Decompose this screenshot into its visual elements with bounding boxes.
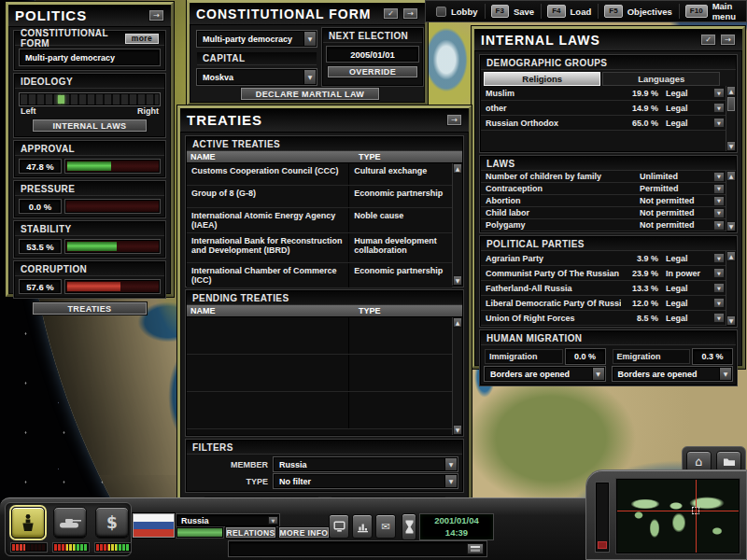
religion-row[interactable]: Russian Orthodox 65.0 % Legal ▼ [481, 116, 726, 131]
dropdown-arrow-icon[interactable]: ▼ [713, 103, 725, 113]
override-button[interactable]: OVERRIDE [327, 65, 418, 78]
religion-row[interactable]: Muslim 19.9 % Legal ▼ [481, 86, 726, 101]
party-row[interactable]: Liberal Democratic Party Of Russia 12.0 … [481, 296, 726, 311]
tab-languages[interactable]: Languages [602, 72, 719, 86]
scroll-down-icon[interactable]: ▼ [726, 315, 736, 326]
immigration-policy-dropdown[interactable]: Borders are opened ▼ [485, 367, 605, 381]
scroll-up-icon[interactable]: ▲ [726, 171, 736, 181]
dropdown-arrow-icon[interactable]: ▼ [713, 184, 725, 194]
law-row[interactable]: Number of children by family Unlimited ▼ [481, 171, 726, 183]
check-icon[interactable]: ✓ [383, 7, 399, 20]
objectives-button[interactable]: F5 Objectives [598, 3, 678, 20]
dropdown-arrow-icon[interactable]: ▼ [303, 32, 316, 46]
scroll-down-icon[interactable]: ▼ [726, 221, 736, 231]
member-filter-dropdown[interactable]: Russia ▼ [274, 457, 458, 471]
monitor-button[interactable] [329, 514, 349, 539]
expand-arrow-icon[interactable]: → [148, 9, 164, 21]
politics-mode-button[interactable] [11, 507, 45, 539]
constitutional-form-title: CONSTITUTIONAL FORM [196, 7, 379, 21]
dropdown-arrow-icon[interactable]: ▼ [713, 313, 725, 323]
scrollbar[interactable]: ▲ ▼ [452, 317, 462, 435]
expand-arrow-icon[interactable]: → [402, 7, 418, 20]
dropdown-arrow-icon[interactable]: ▼ [303, 70, 316, 84]
type-filter-dropdown[interactable]: No filter ▼ [274, 474, 458, 488]
type-column-header[interactable]: TYPE [355, 152, 462, 161]
name-column-header[interactable]: NAME [187, 152, 355, 161]
law-row[interactable]: Contraception Permitted ▼ [481, 183, 726, 195]
message-log-button[interactable] [467, 543, 484, 554]
internal-laws-button[interactable]: INTERNAL LAWS [32, 119, 148, 133]
dropdown-arrow-icon[interactable]: ▼ [713, 196, 725, 206]
zoom-slider-handle[interactable] [598, 541, 607, 549]
expand-arrow-icon[interactable]: → [720, 34, 736, 46]
party-row[interactable]: Union Of Right Forces 8.5 % Legal ▼ [481, 311, 726, 326]
religion-row[interactable]: other 14.9 % Legal ▼ [481, 101, 726, 116]
dropdown-arrow-icon[interactable]: ▼ [713, 118, 725, 128]
dropdown-arrow-icon[interactable]: ▼ [592, 368, 604, 380]
minimap-zoom-slider[interactable] [596, 483, 609, 552]
treaty-row[interactable]: International Atomic Energy Agency (IAEA… [187, 208, 452, 233]
dropdown-arrow-icon[interactable]: ▼ [713, 172, 725, 182]
dropdown-arrow-icon[interactable]: ▼ [713, 208, 725, 218]
scrollbar-thumb[interactable] [727, 97, 735, 111]
ideology-slider-marker[interactable] [58, 95, 64, 104]
scrollbar[interactable]: ▲ ▼ [726, 251, 736, 326]
tab-religions[interactable]: Religions [484, 72, 600, 86]
military-mode-button[interactable] [53, 507, 87, 539]
dropdown-arrow-icon[interactable]: ▼ [713, 220, 725, 231]
expand-arrow-icon[interactable]: → [446, 114, 462, 126]
more-button[interactable]: more [125, 34, 159, 44]
name-column-header[interactable]: NAME [187, 306, 355, 315]
law-row[interactable]: Polygamy Not permitted ▼ [481, 219, 726, 231]
dropdown-arrow-icon[interactable]: ▼ [713, 298, 725, 308]
treaty-row[interactable]: Customs Cooperation Council (CCC) Cultur… [187, 163, 452, 186]
dropdown-arrow-icon[interactable]: ▼ [268, 516, 278, 525]
scroll-up-icon[interactable]: ▲ [726, 86, 736, 96]
treaty-row[interactable]: International Chamber of Commerce (ICC) … [187, 263, 452, 288]
scrollbar[interactable]: ▲ ▼ [452, 163, 462, 286]
check-icon[interactable]: ✓ [700, 34, 716, 46]
dropdown-arrow-icon[interactable]: ▼ [444, 475, 457, 487]
government-form-dropdown[interactable]: Multi-party democracy ▼ [197, 31, 317, 47]
treaty-row[interactable]: Group of 8 (G-8) Economic partnership [187, 186, 452, 208]
lobby-button[interactable]: Lobby [430, 3, 485, 20]
dropdown-arrow-icon[interactable]: ▼ [713, 253, 725, 263]
chart-button[interactable] [352, 514, 373, 539]
ideology-slider[interactable] [20, 93, 160, 105]
country-name-bar[interactable]: Russia ▼ [176, 514, 279, 526]
dropdown-arrow-icon[interactable]: ▼ [713, 268, 725, 278]
main-menu-button[interactable]: F10 Main menu [679, 3, 742, 20]
scroll-down-icon[interactable]: ▼ [453, 275, 462, 286]
dropdown-arrow-icon[interactable]: ▼ [719, 368, 731, 380]
scroll-up-icon[interactable]: ▲ [453, 317, 462, 328]
time-control-button[interactable] [402, 513, 416, 540]
dropdown-arrow-icon[interactable]: ▼ [713, 88, 725, 98]
world-minimap[interactable] [616, 479, 740, 553]
scrollbar[interactable]: ▲ ▼ [726, 86, 736, 151]
capital-dropdown[interactable]: Moskva ▼ [197, 69, 317, 85]
party-row[interactable]: Agrarian Party 3.9 % Legal ▼ [481, 251, 726, 266]
treaties-button[interactable]: TREATIES [32, 301, 148, 315]
mail-button[interactable]: ✉ [375, 514, 396, 539]
more-info-button[interactable]: MORE INFO [278, 526, 330, 539]
type-column-header[interactable]: TYPE [355, 306, 462, 315]
load-button[interactable]: F4 Load [541, 3, 598, 20]
economy-mode-button[interactable]: $ [95, 507, 129, 539]
party-row[interactable]: Communist Party Of The Russian Feder 23.… [481, 266, 726, 281]
scroll-up-icon[interactable]: ▲ [726, 251, 736, 261]
message-bar [229, 541, 486, 556]
party-row[interactable]: Fatherland-All Russia 13.3 % Legal ▼ [481, 281, 726, 296]
law-row[interactable]: Abortion Not permitted ▼ [481, 195, 726, 207]
scroll-down-icon[interactable]: ▼ [453, 425, 462, 435]
save-button[interactable]: F3 Save [485, 3, 542, 20]
law-row[interactable]: Child labor Not permitted ▼ [481, 207, 726, 219]
scroll-down-icon[interactable]: ▼ [726, 141, 736, 151]
emigration-policy-dropdown[interactable]: Borders are opened ▼ [613, 367, 733, 381]
scroll-up-icon[interactable]: ▲ [453, 163, 462, 174]
treaty-row[interactable]: International Bank for Reconstruction an… [187, 233, 452, 263]
scrollbar[interactable]: ▲ ▼ [726, 171, 736, 231]
declare-martial-law-button[interactable]: DECLARE MARTIAL LAW [240, 87, 380, 101]
dropdown-arrow-icon[interactable]: ▼ [444, 458, 457, 470]
dropdown-arrow-icon[interactable]: ▼ [713, 283, 725, 293]
relations-button[interactable]: RELATIONS [225, 526, 276, 539]
